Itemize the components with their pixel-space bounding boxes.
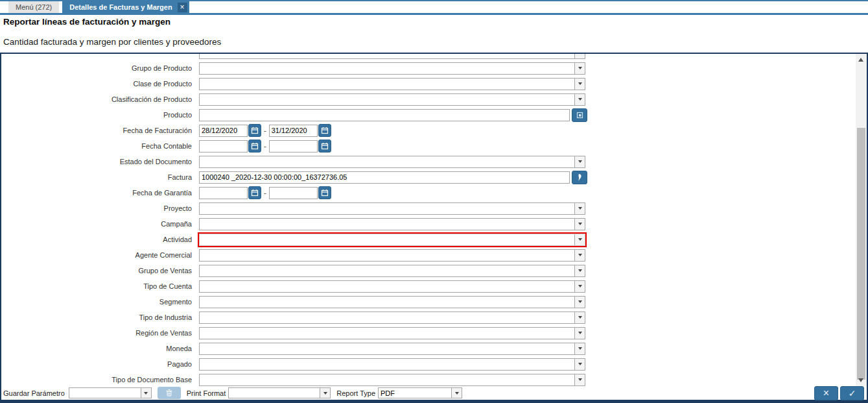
field-label-fecha-de-facturacion: Fecha de Facturación — [1, 127, 199, 134]
moneda-combobox[interactable] — [199, 343, 585, 355]
fecha-contable-to-input[interactable] — [269, 140, 318, 153]
chevron-down-icon[interactable] — [574, 359, 585, 370]
chevron-down-icon[interactable] — [451, 388, 462, 398]
combobox-value — [200, 219, 574, 230]
chevron-down-icon[interactable] — [574, 343, 585, 354]
tab-menu[interactable]: Menú (272) — [8, 1, 59, 13]
tab-menu-label: Menú (272) — [16, 3, 52, 11]
tipo-de-documento-base-combobox[interactable] — [199, 374, 585, 386]
check-icon: ✓ — [849, 389, 856, 398]
fecha-de-facturacion-to-calendar-button[interactable] — [318, 124, 331, 137]
field-label-actividad: Actividad — [1, 236, 199, 243]
field-label-proyecto: Proyecto — [1, 204, 199, 212]
fecha-contable-to-calendar-button[interactable] — [318, 140, 331, 153]
chevron-down-icon[interactable] — [320, 388, 330, 398]
scroll-down-arrow-icon[interactable] — [858, 378, 863, 382]
save-parameter-combobox[interactable] — [69, 387, 152, 398]
tab-detalles-facturas[interactable]: Detalles de Facturas y Margen × — [62, 1, 189, 13]
factura-input[interactable] — [199, 171, 570, 184]
fecha-de-facturacion-from-input[interactable] — [199, 125, 248, 137]
form-row-partial-top-row — [1, 54, 856, 60]
combobox-value — [200, 328, 574, 339]
vertical-scrollbar[interactable] — [856, 54, 867, 386]
date-range-separator: - — [264, 127, 266, 134]
scroll-up-arrow-icon[interactable] — [858, 58, 863, 62]
process-footer: Guardar Parámetro Print Format Report Ty… — [1, 386, 867, 400]
form-row-grupo-de-ventas: Grupo de Ventas — [1, 263, 856, 278]
factura-record-button[interactable] — [572, 171, 587, 184]
parameter-rows: Grupo de Producto Clase de Producto Clas… — [1, 54, 856, 386]
calendar-icon — [321, 127, 329, 134]
close-icon[interactable]: × — [178, 3, 187, 12]
process-header: Reportar líneas de facturación y margen … — [0, 15, 868, 53]
chevron-down-icon[interactable] — [574, 94, 585, 105]
fecha-de-garantia-to-calendar-button[interactable] — [318, 186, 331, 199]
region-de-ventas-combobox[interactable] — [199, 327, 585, 339]
chevron-down-icon[interactable] — [574, 79, 585, 90]
chevron-down-icon[interactable] — [574, 54, 585, 58]
form-row-estado-del-documento: Estado del Documento — [1, 154, 856, 169]
partial-top-row-combobox[interactable] — [199, 54, 585, 59]
field-label-region-de-ventas: Región de Ventas — [1, 329, 199, 337]
delete-parameter-button[interactable] — [158, 387, 181, 399]
save-parameter-value — [69, 388, 141, 398]
field-label-grupo-de-ventas: Grupo de Ventas — [1, 267, 199, 275]
clase-de-producto-combobox[interactable] — [199, 78, 585, 90]
producto-input[interactable] — [199, 109, 570, 121]
field-label-tipo-de-documento-base: Tipo de Documento Base — [1, 376, 199, 384]
report-type-combobox[interactable]: PDF — [378, 387, 462, 398]
print-format-combobox[interactable] — [228, 387, 331, 398]
chevron-down-icon[interactable] — [574, 234, 585, 245]
chevron-down-icon[interactable] — [574, 328, 585, 339]
ok-button[interactable]: ✓ — [840, 386, 864, 400]
chevron-down-icon[interactable] — [574, 312, 585, 323]
fecha-de-garantia-to-input[interactable] — [269, 187, 318, 199]
form-row-proyecto: Proyecto — [1, 201, 856, 216]
fecha-contable-from-input[interactable] — [199, 140, 248, 153]
chevron-down-icon[interactable] — [574, 63, 585, 74]
campana-combobox[interactable] — [199, 218, 585, 230]
field-label-estado-del-documento: Estado del Documento — [1, 158, 199, 165]
process-parameter-window: Menú (272) Detalles de Facturas y Margen… — [0, 0, 868, 403]
tipo-de-industria-combobox[interactable] — [199, 311, 585, 324]
clasificacion-de-producto-combobox[interactable] — [199, 93, 585, 106]
proyecto-combobox[interactable] — [199, 202, 585, 215]
chevron-down-icon[interactable] — [141, 388, 151, 398]
combobox-value — [200, 265, 574, 276]
calendar-icon — [251, 127, 259, 134]
segmento-combobox[interactable] — [199, 296, 585, 308]
fecha-de-garantia-from-input[interactable] — [199, 187, 248, 199]
chevron-down-icon[interactable] — [574, 281, 585, 292]
fecha-de-facturacion-to-input[interactable] — [269, 125, 318, 137]
tipo-de-cuenta-combobox[interactable] — [199, 280, 585, 293]
agente-comercial-combobox[interactable] — [199, 249, 585, 262]
grupo-de-producto-combobox[interactable] — [199, 62, 585, 75]
fecha-de-garantia-from-calendar-button[interactable] — [248, 186, 261, 199]
grupo-de-ventas-combobox[interactable] — [199, 265, 585, 277]
fecha-contable-from-calendar-button[interactable] — [248, 140, 261, 153]
scrollbar-thumb[interactable] — [857, 128, 865, 380]
estado-del-documento-combobox[interactable] — [199, 156, 585, 168]
chevron-down-icon[interactable] — [574, 156, 585, 167]
combobox-value — [200, 250, 574, 261]
form-row-moneda: Moneda — [1, 341, 856, 356]
print-format-value — [229, 388, 320, 398]
chevron-down-icon[interactable] — [574, 374, 585, 385]
combobox-value — [200, 359, 574, 370]
cancel-button[interactable]: × — [814, 386, 838, 400]
form-row-clase-de-producto: Clase de Producto — [1, 76, 856, 92]
chevron-down-icon[interactable] — [574, 250, 585, 261]
form-row-fecha-de-facturacion: Fecha de Facturación - — [1, 123, 856, 138]
form-row-region-de-ventas: Región de Ventas — [1, 325, 856, 341]
chevron-down-icon[interactable] — [574, 297, 585, 308]
chevron-down-icon[interactable] — [574, 203, 585, 214]
actividad-combobox[interactable] — [199, 234, 585, 246]
fecha-de-facturacion-from-calendar-button[interactable] — [248, 124, 261, 137]
calendar-icon — [251, 142, 259, 150]
producto-search-button[interactable] — [572, 108, 587, 122]
form-row-fecha-contable: Fecha Contable - — [1, 138, 856, 154]
chevron-down-icon[interactable] — [574, 219, 585, 230]
pagado-combobox[interactable] — [199, 358, 585, 371]
form-row-tipo-de-documento-base: Tipo de Documento Base — [1, 372, 856, 386]
chevron-down-icon[interactable] — [574, 265, 585, 276]
